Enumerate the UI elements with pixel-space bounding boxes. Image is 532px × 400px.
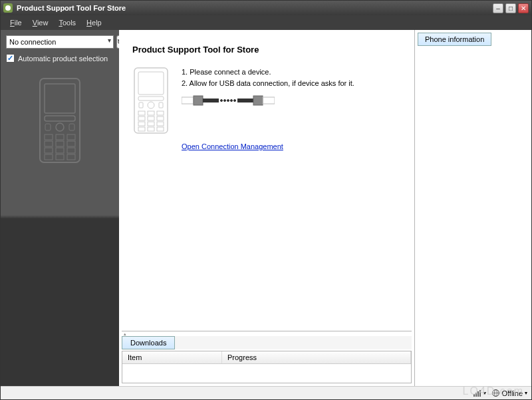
svg-rect-24	[138, 111, 145, 115]
status-offline[interactable]: Offline ▾	[491, 389, 527, 397]
menu-file[interactable]: File	[5, 17, 27, 29]
svg-rect-14	[67, 148, 75, 153]
svg-rect-50	[479, 390, 481, 397]
svg-rect-48	[475, 393, 477, 397]
window-title: Product Support Tool For Store	[17, 4, 493, 12]
downloads-table-body	[122, 364, 411, 383]
svg-rect-20	[138, 97, 164, 100]
svg-rect-28	[148, 116, 154, 120]
menu-view[interactable]: View	[27, 17, 54, 29]
connection-select[interactable]	[6, 35, 114, 49]
menu-tools[interactable]: Tools	[53, 17, 81, 29]
column-header-item[interactable]: Item	[122, 351, 222, 363]
menu-help[interactable]: Help	[81, 17, 107, 29]
status-connection[interactable]: ▾	[473, 389, 486, 397]
svg-rect-11	[67, 141, 75, 146]
column-header-progress[interactable]: Progress	[222, 351, 411, 363]
svg-point-39	[221, 100, 223, 102]
downloads-panel: ▴ Downloads Item Progress	[122, 331, 412, 386]
svg-point-40	[224, 100, 226, 102]
svg-point-3	[56, 123, 64, 131]
main-content: Product Support Tool for Store	[119, 30, 414, 331]
svg-point-43	[234, 100, 236, 102]
svg-rect-8	[67, 134, 75, 140]
svg-rect-25	[148, 111, 154, 115]
sidebar: ↻ ✓ Automatic product selection	[1, 30, 119, 386]
svg-rect-33	[138, 127, 145, 131]
phone-placeholder-icon	[37, 77, 83, 165]
instruction-line: 2. Allow for USB data connection, if dev…	[182, 78, 354, 89]
svg-rect-44	[237, 99, 253, 102]
titlebar: Product Support Tool For Store – □ ✕	[1, 1, 531, 15]
svg-rect-29	[157, 116, 164, 120]
svg-rect-30	[138, 122, 145, 126]
phone-small-icon	[132, 67, 170, 136]
svg-rect-15	[45, 154, 53, 160]
svg-rect-49	[477, 391, 479, 397]
svg-rect-12	[45, 148, 53, 153]
svg-rect-13	[56, 148, 64, 153]
svg-point-21	[148, 102, 154, 108]
svg-rect-23	[159, 102, 163, 108]
svg-point-41	[227, 100, 229, 102]
svg-rect-22	[139, 102, 143, 108]
svg-rect-7	[56, 134, 64, 140]
panel-grip[interactable]: ▴	[122, 331, 412, 336]
svg-rect-27	[138, 116, 145, 120]
status-offline-label: Offline	[501, 389, 523, 397]
tab-phone-information[interactable]: Phone information	[418, 33, 491, 46]
svg-rect-1	[45, 84, 75, 113]
svg-rect-37	[194, 96, 203, 105]
maximize-button[interactable]: □	[505, 3, 516, 13]
svg-rect-19	[138, 72, 164, 95]
instruction-line: 1. Please connect a device.	[182, 67, 354, 78]
svg-rect-45	[253, 96, 263, 105]
svg-point-42	[231, 100, 233, 102]
svg-rect-5	[69, 124, 74, 130]
svg-rect-2	[45, 116, 75, 121]
open-connection-management-link[interactable]: Open Connection Management	[182, 142, 283, 150]
svg-rect-38	[203, 99, 219, 102]
svg-rect-47	[473, 394, 475, 397]
svg-rect-31	[148, 122, 154, 126]
svg-rect-32	[157, 122, 164, 126]
close-button[interactable]: ✕	[518, 3, 529, 13]
usb-cable-icon	[182, 94, 354, 108]
svg-rect-36	[182, 97, 194, 104]
svg-rect-4	[45, 124, 51, 130]
app-icon	[3, 3, 13, 13]
auto-select-checkbox[interactable]: ✓	[6, 54, 15, 63]
connection-icon	[473, 389, 481, 397]
svg-rect-26	[157, 111, 164, 115]
svg-rect-35	[157, 127, 164, 131]
auto-select-label: Automatic product selection	[18, 55, 108, 63]
svg-rect-0	[40, 79, 80, 162]
tab-downloads[interactable]: Downloads	[122, 336, 175, 349]
minimize-button[interactable]: –	[493, 3, 503, 13]
globe-icon	[491, 389, 499, 397]
statusbar: ▾ Offline ▾	[1, 386, 531, 399]
svg-rect-10	[56, 141, 64, 146]
svg-rect-17	[67, 154, 75, 160]
svg-rect-16	[56, 154, 64, 160]
page-title: Product Support Tool for Store	[132, 45, 404, 55]
svg-rect-34	[148, 127, 154, 131]
svg-rect-46	[263, 97, 275, 104]
svg-rect-9	[45, 141, 53, 146]
menubar: File View Tools Help	[1, 15, 531, 30]
right-panel: Phone information	[414, 30, 531, 386]
svg-rect-6	[45, 134, 53, 140]
